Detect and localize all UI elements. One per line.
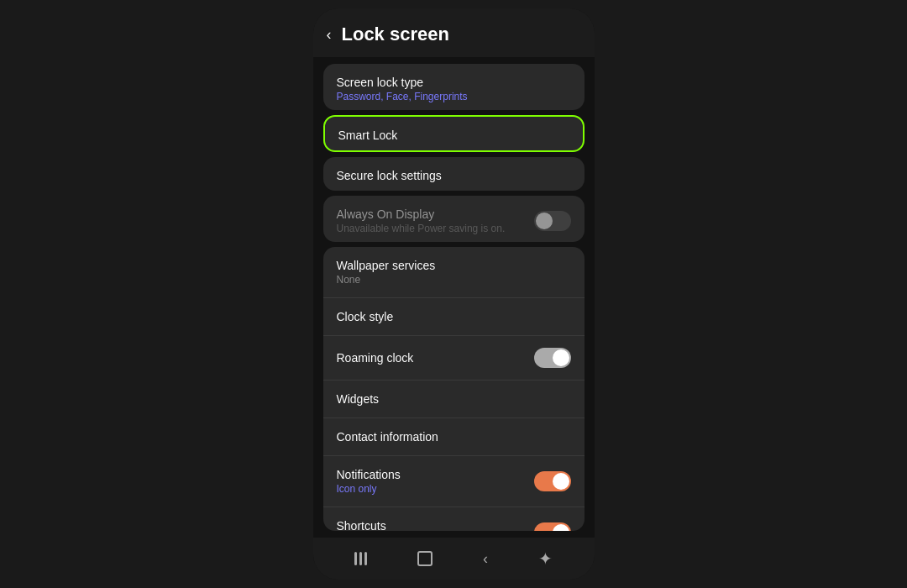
page-title: Lock screen [342, 24, 449, 45]
shortcuts-toggle[interactable] [534, 522, 571, 531]
always-on-text: Always On Display Unavailable while Powe… [337, 207, 534, 234]
roaming-clock-item[interactable]: Roaming clock [323, 336, 585, 381]
shortcuts-text: Shortcuts Phone, Camera [337, 519, 534, 531]
secure-lock-text: Secure lock settings [337, 169, 571, 182]
wallpaper-services-item[interactable]: Wallpaper services None [323, 247, 585, 298]
notifications-subtitle: Icon only [337, 483, 534, 495]
smart-lock-text: Smart Lock [338, 129, 569, 142]
contact-information-item[interactable]: Contact information [323, 418, 585, 456]
roaming-clock-title: Roaming clock [337, 351, 534, 365]
home-button[interactable] [417, 551, 433, 566]
roaming-clock-text: Roaming clock [337, 351, 534, 365]
contact-information-title: Contact information [337, 430, 571, 444]
notifications-title: Notifications [337, 468, 534, 481]
back-nav-button[interactable]: ‹ [483, 550, 488, 568]
secure-lock-title: Secure lock settings [337, 169, 571, 182]
screen-lock-type-title: Screen lock type [337, 76, 571, 89]
secure-lock-settings-item[interactable]: Secure lock settings [323, 157, 585, 191]
always-on-toggle[interactable] [534, 211, 571, 231]
phone-container: ‹ Lock screen Screen lock type Password,… [313, 8, 595, 580]
card-screen-lock: Screen lock type Password, Face, Fingerp… [323, 64, 585, 110]
always-on-subtitle: Unavailable while Power saving is on. [337, 223, 534, 234]
clock-style-text: Clock style [337, 310, 571, 323]
clock-style-item[interactable]: Clock style [323, 298, 585, 336]
smart-lock-title: Smart Lock [338, 129, 569, 142]
notifications-toggle[interactable] [534, 471, 571, 491]
card-always-on: Always On Display Unavailable while Powe… [323, 196, 585, 242]
wallpaper-services-title: Wallpaper services [337, 259, 571, 272]
card-secure-lock: Secure lock settings [323, 157, 585, 191]
settings-list: Screen lock type Password, Face, Fingerp… [313, 57, 595, 538]
notifications-item[interactable]: Notifications Icon only [323, 456, 585, 507]
back-button[interactable]: ‹ [327, 26, 332, 44]
roaming-clock-toggle[interactable] [534, 348, 571, 368]
screen-lock-type-subtitle: Password, Face, Fingerprints [337, 91, 571, 102]
screen-lock-type-text: Screen lock type Password, Face, Fingerp… [337, 76, 571, 102]
wallpaper-services-text: Wallpaper services None [337, 259, 571, 286]
clock-style-title: Clock style [337, 310, 571, 323]
nav-bar: ‹ ✦ [313, 538, 595, 580]
notifications-text: Notifications Icon only [337, 468, 534, 495]
wallpaper-services-subtitle: None [337, 274, 571, 286]
widgets-title: Widgets [337, 392, 571, 406]
recent-apps-button[interactable] [354, 552, 367, 565]
contact-information-text: Contact information [337, 430, 571, 444]
header: ‹ Lock screen [313, 8, 595, 57]
accessibility-button[interactable]: ✦ [538, 549, 553, 569]
nav-line-2 [359, 552, 362, 565]
card-main-settings: Wallpaper services None Clock style Roam… [323, 247, 585, 531]
screen-content: ‹ Lock screen Screen lock type Password,… [313, 8, 595, 580]
widgets-text: Widgets [337, 392, 571, 406]
card-smart-lock: Smart Lock [323, 115, 585, 152]
always-on-display-item[interactable]: Always On Display Unavailable while Powe… [323, 196, 585, 242]
screen-lock-type-item[interactable]: Screen lock type Password, Face, Fingerp… [323, 64, 585, 110]
shortcuts-title: Shortcuts [337, 519, 534, 531]
smart-lock-item[interactable]: Smart Lock [325, 117, 583, 152]
shortcuts-item[interactable]: Shortcuts Phone, Camera [323, 507, 585, 531]
always-on-title: Always On Display [337, 207, 534, 221]
widgets-item[interactable]: Widgets [323, 381, 585, 418]
nav-line-3 [364, 552, 367, 565]
nav-line-1 [354, 552, 357, 565]
